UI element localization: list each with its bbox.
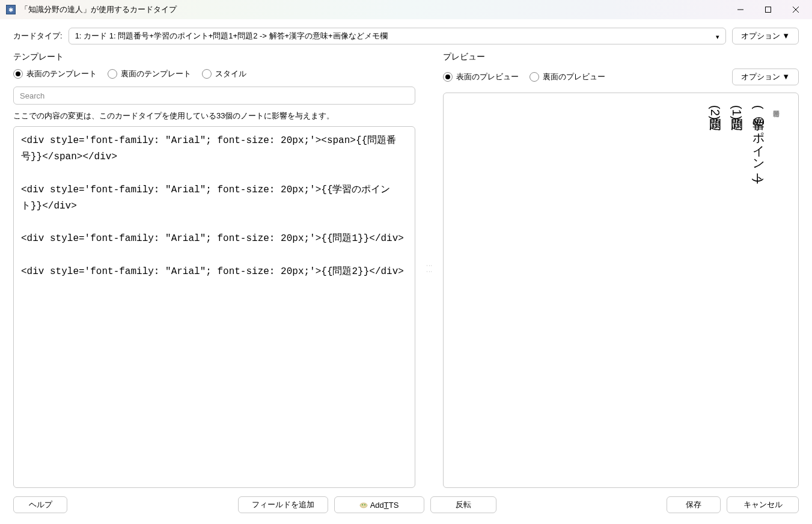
- radio-front-template[interactable]: 表面のテンプレート: [13, 69, 97, 79]
- radio-front-preview[interactable]: 表面のプレビュー: [443, 72, 519, 82]
- chevron-down-icon: [716, 32, 719, 41]
- radio-back-preview-label: 裏面のプレビュー: [543, 72, 605, 82]
- titlebar: ✱ 「知識分野の達人」が使用するカードタイプ: [0, 0, 812, 19]
- template-heading: テンプレート: [13, 52, 415, 62]
- cancel-button[interactable]: キャンセル: [727, 496, 799, 513]
- card-type-options-label: オプション ▼: [741, 31, 790, 41]
- tts-icon: [359, 501, 368, 509]
- preview-line-3: (問題2): [706, 105, 725, 475]
- preview-radio-row: 表面のプレビュー 裏面のプレビュー オプション ▼: [443, 69, 799, 85]
- svg-point-6: [364, 504, 365, 506]
- search-placeholder: Search: [20, 91, 44, 100]
- radio-style-label: スタイル: [215, 69, 246, 79]
- help-button[interactable]: ヘルプ: [13, 496, 67, 513]
- preview-heading-label: プレビュー: [443, 52, 485, 62]
- close-icon: [793, 7, 799, 13]
- add-field-label: フィールドを追加: [252, 499, 314, 510]
- close-button[interactable]: [782, 0, 810, 19]
- cancel-label: キャンセル: [743, 499, 783, 510]
- add-tts-label-u: T: [384, 501, 389, 510]
- flip-label: 反転: [456, 499, 471, 510]
- card-type-select-value: 1: カード 1: 問題番号+学習のポイント+問題1+問題2 -> 解答+漢字の…: [75, 31, 388, 41]
- radio-back-preview[interactable]: 裏面のプレビュー: [530, 72, 605, 82]
- save-label: 保存: [686, 499, 701, 510]
- radio-front-preview-label: 表面のプレビュー: [456, 72, 519, 82]
- minimize-icon: [737, 7, 743, 13]
- radio-back-template-label: 裏面のテンプレート: [121, 69, 191, 79]
- preview-line-1: (学習のポイント): [749, 105, 768, 475]
- radio-dot-icon: [530, 72, 539, 82]
- add-tts-label-tail: TS: [389, 501, 399, 510]
- radio-front-template-label: 表面のテンプレート: [26, 69, 97, 79]
- app-icon: ✱: [6, 5, 16, 14]
- radio-dot-icon: [13, 69, 23, 79]
- svg-point-4: [360, 503, 367, 508]
- add-tts-label-pre: Add: [370, 501, 384, 510]
- preview-pane: プレビュー 表面のプレビュー 裏面のプレビュー オプション ▼ 問題番号 (学習…: [432, 49, 799, 488]
- maximize-icon: [765, 7, 771, 13]
- save-button[interactable]: 保存: [667, 496, 721, 513]
- svg-point-5: [362, 504, 363, 506]
- radio-back-template[interactable]: 裏面のテンプレート: [108, 69, 191, 79]
- template-editor[interactable]: <div style='font-family: "Arial"; font-s…: [13, 126, 415, 488]
- radio-dot-icon: [202, 69, 212, 79]
- preview-options-label: オプション ▼: [741, 72, 790, 82]
- card-type-label: カードタイプ:: [13, 31, 63, 41]
- preview-options-button[interactable]: オプション ▼: [732, 69, 799, 85]
- template-notice: ここでの内容の変更は、このカードタイプを使用している33個のノートに影響を与えま…: [13, 111, 415, 121]
- window-title: 「知識分野の達人」が使用するカードタイプ: [20, 4, 177, 15]
- footer: ヘルプ フィールドを追加 Add TTS 反転 保存 キャンセル: [0, 488, 812, 524]
- main-content: テンプレート 表面のテンプレート 裏面のテンプレート スタイル Search こ…: [0, 49, 812, 488]
- radio-dot-icon: [443, 72, 453, 82]
- add-tts-button[interactable]: Add TTS: [334, 496, 424, 513]
- radio-dot-icon: [108, 69, 117, 79]
- preview-heading: プレビュー: [443, 52, 799, 62]
- preview-line-2: (問題1): [727, 105, 746, 475]
- maximize-button[interactable]: [754, 0, 782, 19]
- preview-line-small: 問題番号: [771, 105, 781, 475]
- card-type-select[interactable]: 1: カード 1: 問題番号+学習のポイント+問題1+問題2 -> 解答+漢字の…: [69, 28, 726, 44]
- radio-style[interactable]: スタイル: [202, 69, 246, 79]
- template-radio-row: 表面のテンプレート 裏面のテンプレート スタイル: [13, 69, 415, 79]
- minimize-button[interactable]: [727, 0, 754, 19]
- search-input[interactable]: Search: [13, 87, 415, 105]
- flip-button[interactable]: 反転: [430, 496, 496, 513]
- help-label: ヘルプ: [29, 499, 52, 510]
- card-type-options-button[interactable]: オプション ▼: [732, 28, 799, 44]
- add-field-button[interactable]: フィールドを追加: [238, 496, 328, 513]
- svg-rect-1: [766, 7, 771, 13]
- card-type-row: カードタイプ: 1: カード 1: 問題番号+学習のポイント+問題1+問題2 -…: [0, 19, 812, 49]
- template-pane: テンプレート 表面のテンプレート 裏面のテンプレート スタイル Search こ…: [13, 49, 426, 488]
- pane-splitter[interactable]: ⋮⋮: [426, 49, 432, 488]
- preview-box: 問題番号 (学習のポイント) (問題1) (問題2): [443, 93, 799, 488]
